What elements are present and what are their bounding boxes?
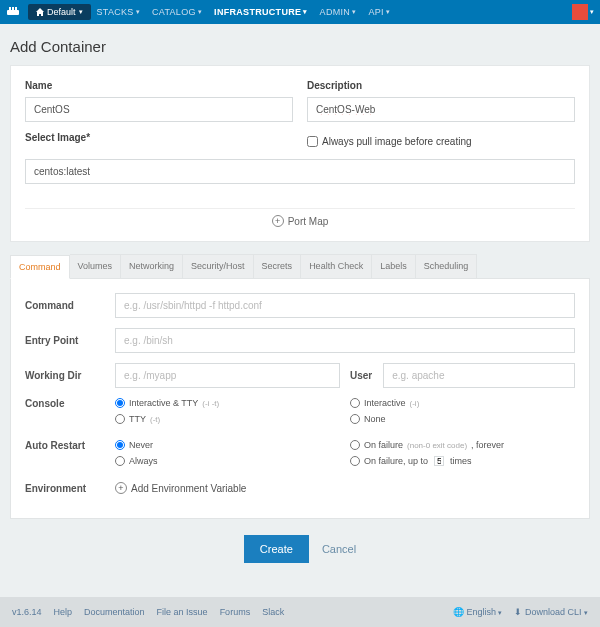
nav-stacks[interactable]: STACKS▾ xyxy=(91,4,146,20)
plus-icon: + xyxy=(272,215,284,227)
console-interactive-tty[interactable]: Interactive & TTY(-i -t) xyxy=(115,398,340,408)
home-icon xyxy=(36,8,44,16)
port-map-toggle[interactable]: +Port Map xyxy=(25,208,575,227)
console-label: Console xyxy=(25,398,105,409)
add-env-var-button[interactable]: +Add Environment Variable xyxy=(115,482,575,494)
environment-selector[interactable]: Default▾ xyxy=(28,4,91,20)
footer-issue[interactable]: File an Issue xyxy=(157,607,208,617)
footer-slack[interactable]: Slack xyxy=(262,607,284,617)
download-cli[interactable]: ⬇ Download CLI ▾ xyxy=(514,607,588,617)
logo-icon xyxy=(6,6,24,18)
top-navbar: Default▾ STACKS▾ CATALOG▾ INFRASTRUCTURE… xyxy=(0,0,600,24)
restart-onfail-forever[interactable]: On failure(non-0 exit code), forever xyxy=(350,440,575,450)
environment-label: Environment xyxy=(25,483,105,494)
restart-label: Auto Restart xyxy=(25,440,105,451)
restart-always[interactable]: Always xyxy=(115,456,340,466)
description-label: Description xyxy=(307,80,575,91)
tab-command[interactable]: Command xyxy=(10,255,70,279)
console-tty[interactable]: TTY(-t) xyxy=(115,414,340,424)
cancel-button[interactable]: Cancel xyxy=(322,543,356,555)
nav-infrastructure[interactable]: INFRASTRUCTURE▾ xyxy=(208,4,314,20)
nav-api[interactable]: API▾ xyxy=(362,4,396,20)
tab-scheduling[interactable]: Scheduling xyxy=(416,254,478,278)
restart-never[interactable]: Never xyxy=(115,440,340,450)
user-input[interactable] xyxy=(383,363,575,388)
tab-security[interactable]: Security/Host xyxy=(183,254,254,278)
tab-labels[interactable]: Labels xyxy=(372,254,416,278)
form-actions: Create Cancel xyxy=(10,519,590,587)
footer-docs[interactable]: Documentation xyxy=(84,607,145,617)
name-label: Name xyxy=(25,80,293,91)
nav-admin[interactable]: ADMIN▾ xyxy=(314,4,363,20)
restart-times-input[interactable] xyxy=(434,456,444,466)
chevron-down-icon: ▾ xyxy=(79,8,83,16)
svg-rect-3 xyxy=(15,7,17,11)
version-text: v1.6.14 xyxy=(12,607,42,617)
command-input[interactable] xyxy=(115,293,575,318)
tab-body-command: Command Entry Point Working Dir User Con… xyxy=(10,278,590,519)
select-image-input[interactable] xyxy=(25,159,575,184)
tab-secrets[interactable]: Secrets xyxy=(254,254,302,278)
svg-rect-1 xyxy=(9,7,11,11)
footer-help[interactable]: Help xyxy=(54,607,73,617)
user-menu-chevron[interactable]: ▾ xyxy=(590,8,594,16)
console-interactive[interactable]: Interactive(-i) xyxy=(350,398,575,408)
tab-networking[interactable]: Networking xyxy=(121,254,183,278)
entrypoint-label: Entry Point xyxy=(25,335,105,346)
user-label: User xyxy=(350,370,375,381)
tab-volumes[interactable]: Volumes xyxy=(70,254,122,278)
name-input[interactable] xyxy=(25,97,293,122)
console-none[interactable]: None xyxy=(350,414,575,424)
select-image-label: Select Image* xyxy=(25,132,293,143)
nav-catalog[interactable]: CATALOG▾ xyxy=(146,4,208,20)
workdir-input[interactable] xyxy=(115,363,340,388)
language-selector[interactable]: 🌐 English ▾ xyxy=(453,607,503,617)
plus-icon: + xyxy=(115,482,127,494)
user-avatar[interactable] xyxy=(572,4,588,20)
page-title: Add Container xyxy=(10,38,590,55)
always-pull-checkbox[interactable]: Always pull image before creating xyxy=(307,136,575,147)
workdir-label: Working Dir xyxy=(25,370,105,381)
svg-rect-2 xyxy=(12,7,14,11)
tab-healthcheck[interactable]: Health Check xyxy=(301,254,372,278)
footer: v1.6.14 Help Documentation File an Issue… xyxy=(0,597,600,627)
command-label: Command xyxy=(25,300,105,311)
footer-forums[interactable]: Forums xyxy=(220,607,251,617)
restart-onfail-upto[interactable]: On failure, up totimes xyxy=(350,456,575,466)
config-tabs: Command Volumes Networking Security/Host… xyxy=(10,254,590,278)
create-button[interactable]: Create xyxy=(244,535,309,563)
container-basics-card: Name Description Select Image* Always pu… xyxy=(10,65,590,242)
description-input[interactable] xyxy=(307,97,575,122)
entrypoint-input[interactable] xyxy=(115,328,575,353)
